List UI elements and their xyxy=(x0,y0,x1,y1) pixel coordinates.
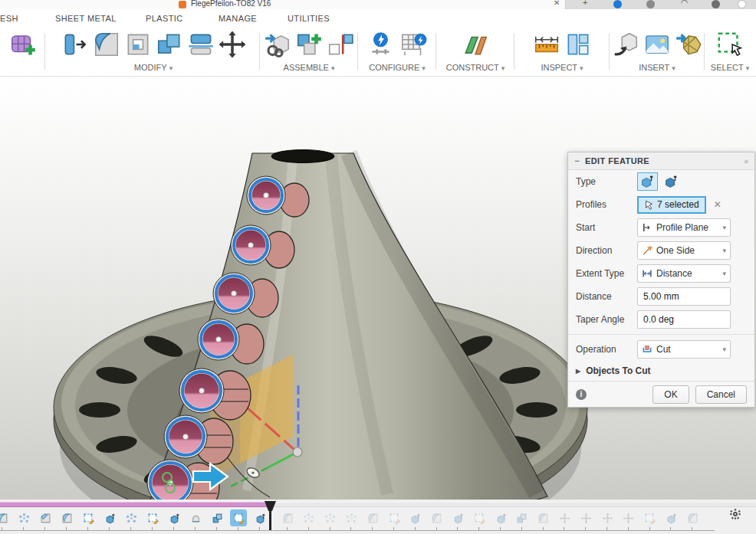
timeline-feature-extrude[interactable] xyxy=(251,509,268,526)
timeline-feature-circular-pattern-suppressed[interactable] xyxy=(322,509,339,526)
help-icon[interactable] xyxy=(712,0,720,8)
profile-center-point[interactable] xyxy=(264,193,269,198)
profile-center-point[interactable] xyxy=(216,337,222,342)
timeline-feature-fillet[interactable] xyxy=(0,509,11,526)
timeline-feature-sketch-suppressed[interactable] xyxy=(386,509,403,526)
profile-center-point[interactable] xyxy=(232,291,237,296)
direction-dropdown[interactable]: One Side ▾ xyxy=(637,241,731,260)
timeline-feature-extrude[interactable] xyxy=(101,509,118,526)
type-extrude-button[interactable] xyxy=(637,172,658,191)
new-component-icon[interactable] xyxy=(294,30,324,59)
ribbon-tab-manage[interactable]: MANAGE xyxy=(219,14,257,23)
dialog-header[interactable]: − EDIT FEATURE » xyxy=(568,152,754,170)
clear-selection-icon[interactable]: ✕ xyxy=(714,199,721,210)
timeline-feature-sketch[interactable] xyxy=(230,509,247,526)
extension-icon[interactable] xyxy=(613,0,622,8)
insert-mesh-icon[interactable] xyxy=(674,30,703,59)
group-label[interactable]: CONSTRUCT xyxy=(446,63,505,72)
cancel-button[interactable]: Cancel xyxy=(695,385,747,404)
group-label[interactable]: MODIFY xyxy=(134,63,173,72)
timeline-feature-combine-suppressed[interactable] xyxy=(514,509,531,526)
timeline-feature-move-suppressed[interactable] xyxy=(599,509,616,526)
ribbon-tab-plastic[interactable]: PLASTIC xyxy=(146,14,183,23)
timeline-feature-move-suppressed[interactable] xyxy=(620,509,637,526)
timeline-feature-move-suppressed[interactable] xyxy=(577,509,594,526)
operation-dropdown[interactable]: Cut ▾ xyxy=(637,340,731,359)
timeline-settings-gear-icon[interactable] xyxy=(728,507,742,524)
construct-plane-icon[interactable] xyxy=(461,30,490,59)
measure-icon[interactable] xyxy=(532,30,561,59)
start-dropdown[interactable]: Profile Plane ▾ xyxy=(637,218,731,237)
group-label[interactable]: INSPECT xyxy=(541,63,583,72)
joint-icon[interactable] xyxy=(326,30,355,59)
section-analysis-icon[interactable] xyxy=(564,30,593,59)
origin-handle[interactable] xyxy=(293,447,302,457)
group-label[interactable]: CONFIGURE xyxy=(369,63,426,72)
timeline-feature-chamfer[interactable] xyxy=(37,509,54,526)
timeline-feature-fillet-suppressed[interactable] xyxy=(684,509,701,526)
document-tab[interactable]: FlegePfeilon-TO82 V16 ✕ xyxy=(0,0,566,9)
timeline-bar-rest[interactable] xyxy=(270,502,756,507)
timeline-feature-fillet[interactable] xyxy=(58,509,75,526)
timeline-feature-extrude-suppressed[interactable] xyxy=(662,509,679,526)
insert-component-icon[interactable] xyxy=(263,30,292,59)
profile-center-point[interactable] xyxy=(183,434,189,440)
mesh-create-icon[interactable] xyxy=(8,30,38,59)
timeline-feature-extrude-suppressed[interactable] xyxy=(407,509,424,526)
profile-center-point[interactable] xyxy=(199,388,205,394)
group-label[interactable]: SELECT xyxy=(711,63,749,72)
notifications-icon[interactable]: ◠ xyxy=(681,0,689,8)
user-icon[interactable] xyxy=(646,0,655,8)
divider xyxy=(568,334,754,335)
timeline-feature-circular-pattern[interactable] xyxy=(15,509,32,526)
timeline-feature-circular-pattern-suppressed[interactable] xyxy=(343,509,360,526)
timeline-feature-sketch-suppressed[interactable] xyxy=(471,509,488,526)
timeline-feature-fillet-suppressed[interactable] xyxy=(429,509,445,526)
profiles-selection-chip[interactable]: 7 selected xyxy=(637,196,706,214)
timeline-feature-fillet-suppressed[interactable] xyxy=(535,509,552,526)
combine-icon[interactable] xyxy=(155,30,184,59)
ribbon-tab-sheet-metal[interactable]: SHEET METAL xyxy=(55,14,117,23)
split-body-icon[interactable] xyxy=(186,30,215,59)
press-pull-icon[interactable] xyxy=(61,30,90,59)
configuration-table-icon[interactable] xyxy=(399,30,428,59)
fillet-icon[interactable] xyxy=(92,30,121,59)
timeline-feature-sketch[interactable] xyxy=(80,509,97,526)
timeline-feature-fillet-suppressed[interactable] xyxy=(279,509,296,526)
distance-field[interactable]: 5.00 mm xyxy=(637,287,731,306)
timeline-feature-fillet-suppressed[interactable] xyxy=(364,509,381,526)
avatar-icon[interactable] xyxy=(738,0,746,8)
profile-center-point[interactable] xyxy=(248,243,254,248)
extent-dropdown[interactable]: Distance ▾ xyxy=(637,264,731,283)
timeline-feature-sketch-suppressed[interactable] xyxy=(642,509,659,526)
group-label[interactable]: INSERT xyxy=(639,63,675,72)
collapse-icon[interactable]: − xyxy=(574,156,580,166)
taper-field[interactable]: 0.0 deg xyxy=(637,310,731,329)
tab-close-icon[interactable]: ✕ xyxy=(554,0,560,7)
timeline-group-bar[interactable] xyxy=(0,502,270,507)
ribbon-tab-utilities[interactable]: UTILITIES xyxy=(288,14,330,23)
new-tab-icon[interactable]: + xyxy=(583,0,587,7)
timeline-feature-revolve[interactable] xyxy=(187,509,204,526)
timeline-feature-extrude-suppressed[interactable] xyxy=(492,509,509,526)
canvas-icon[interactable] xyxy=(643,30,672,59)
timeline-feature-circular-pattern[interactable] xyxy=(123,509,140,526)
timeline-feature-extrude-suppressed[interactable] xyxy=(449,509,466,526)
group-label[interactable]: ASSEMBLE xyxy=(284,63,335,72)
timeline-feature-move-suppressed[interactable] xyxy=(556,509,573,526)
derive-icon[interactable] xyxy=(611,30,640,59)
select-window-icon[interactable] xyxy=(715,30,744,59)
ribbon-tab-esh[interactable]: ESH xyxy=(0,14,18,23)
expand-icon[interactable]: » xyxy=(744,157,748,165)
configure-icon[interactable] xyxy=(367,30,396,59)
timeline-feature-extrude[interactable] xyxy=(166,509,182,526)
timeline-feature-circular-pattern-suppressed[interactable] xyxy=(301,509,317,526)
ok-button[interactable]: OK xyxy=(652,385,689,404)
timeline-feature-combine[interactable] xyxy=(209,509,225,526)
timeline-feature-sketch[interactable] xyxy=(144,509,161,526)
info-icon[interactable]: i xyxy=(576,389,587,400)
shell-icon[interactable] xyxy=(123,30,153,59)
objects-to-cut-expander[interactable]: ▶ Objects To Cut xyxy=(568,361,754,381)
move-icon[interactable] xyxy=(218,30,247,59)
type-thin-extrude-button[interactable] xyxy=(661,172,682,191)
